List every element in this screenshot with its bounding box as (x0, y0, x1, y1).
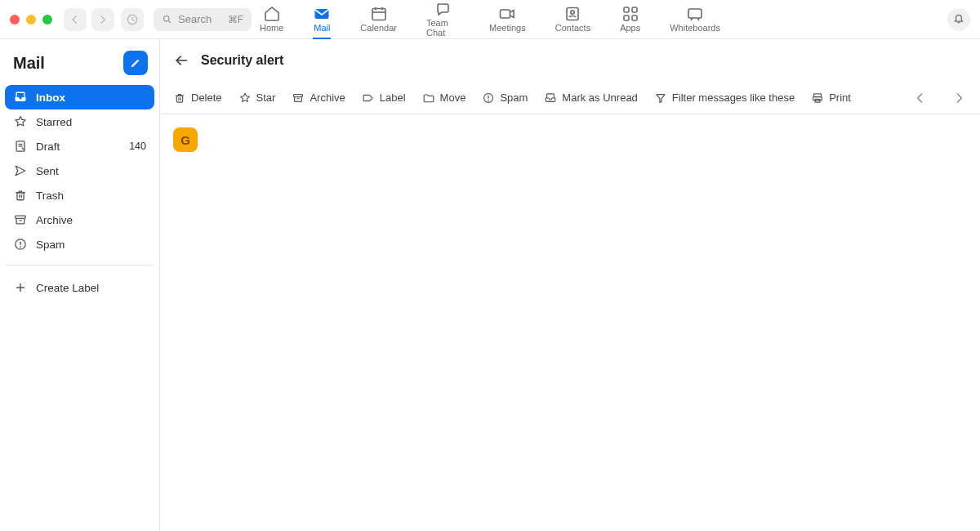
spam-icon (13, 235, 28, 253)
sidebar-title: Mail (13, 54, 45, 73)
edit-icon (128, 54, 143, 72)
print-icon (811, 89, 824, 107)
nav-label: Calendar (360, 23, 397, 33)
inbox-icon (13, 88, 28, 106)
nav-label: Team Chat (426, 18, 460, 38)
sidebar-item-inbox[interactable]: Inbox (5, 85, 154, 109)
tb-star[interactable]: Star (238, 89, 276, 107)
sidebar-item-draft[interactable]: Draft 140 (5, 134, 154, 158)
close-window-button[interactable] (10, 15, 20, 25)
mail-subject: Security alert (201, 53, 283, 68)
sender-initial: G (180, 133, 190, 147)
spam-icon (482, 89, 495, 107)
tb-archive[interactable]: Archive (292, 89, 345, 107)
mail-header: Security alert (160, 39, 980, 82)
sidebar-item-label: Spam (36, 239, 65, 251)
notifications-button[interactable] (947, 8, 970, 31)
chevron-left-icon (913, 89, 928, 107)
mail-icon (544, 89, 557, 107)
search-shortcut: ⌘F (228, 14, 243, 25)
sidebar-item-sent[interactable]: Sent (5, 158, 154, 183)
nav-forward-button[interactable] (91, 8, 114, 31)
zoom-window-button[interactable] (42, 15, 52, 25)
nav-meetings[interactable]: Meetings (474, 0, 541, 39)
nav-apps[interactable]: Apps (605, 0, 655, 39)
apps-icon (621, 7, 639, 21)
sidebar-item-trash[interactable]: Trash (5, 183, 154, 207)
tb-delete[interactable]: Delete (173, 89, 222, 107)
nav-back-button[interactable] (64, 8, 87, 31)
tb-label: Move (440, 91, 466, 104)
nav-team-chat[interactable]: Team Chat (412, 0, 474, 39)
compose-button[interactable] (123, 51, 148, 75)
nav-label: Meetings (489, 23, 526, 33)
nav-label: Contacts (555, 23, 590, 33)
prev-message-button[interactable] (913, 89, 928, 107)
trash-icon (13, 186, 28, 204)
sidebar-item-spam[interactable]: Spam (5, 232, 154, 257)
sidebar-item-starred[interactable]: Starred (5, 109, 154, 134)
nav-label: Apps (620, 23, 640, 33)
sidebar-item-archive[interactable]: Archive (5, 207, 154, 232)
nav-home[interactable]: Home (245, 0, 298, 39)
nav-contacts[interactable]: Contacts (541, 0, 605, 39)
sidebar: Mail Inbox Starred Draft 140 (0, 39, 160, 531)
global-search[interactable]: Search ⌘F (154, 8, 252, 31)
content: Mail Inbox Starred Draft 140 (0, 39, 980, 531)
create-label-text: Create Label (36, 282, 99, 294)
tb-label: Delete (191, 91, 222, 104)
sender-avatar[interactable]: G (173, 127, 198, 152)
home-icon (263, 7, 281, 21)
tb-label: Archive (310, 91, 345, 104)
divider (5, 265, 154, 266)
filter-icon (654, 89, 667, 107)
contact-icon (564, 7, 581, 21)
back-button[interactable] (173, 52, 189, 69)
label-icon (362, 89, 375, 107)
nav-whiteboards[interactable]: Whiteboards (655, 0, 735, 39)
next-message-button[interactable] (952, 89, 967, 107)
folder-icon (422, 89, 435, 107)
tb-label: Mark as Unread (562, 91, 637, 104)
sidebar-item-label: Starred (36, 116, 72, 128)
search-icon (162, 11, 173, 28)
arrow-left-icon (173, 51, 189, 69)
plus-icon (13, 279, 28, 297)
window-controls (10, 15, 52, 25)
nav-label: Mail (314, 23, 330, 33)
tb-label: Filter messages like these (672, 91, 795, 104)
tb-mark-unread[interactable]: Mark as Unread (544, 89, 637, 107)
tb-filter[interactable]: Filter messages like these (654, 89, 795, 107)
archive-icon (13, 211, 28, 229)
nav-mail[interactable]: Mail (298, 0, 345, 39)
tb-label: Print (829, 91, 851, 104)
tb-label-text: Label (380, 91, 406, 104)
tb-print[interactable]: Print (811, 89, 851, 107)
mail-body: G (160, 114, 980, 531)
tb-label[interactable]: Label (362, 89, 406, 107)
tb-move[interactable]: Move (422, 89, 466, 107)
tb-label: Star (256, 91, 276, 104)
sidebar-item-label: Draft (36, 141, 60, 153)
minimize-window-button[interactable] (26, 15, 36, 25)
tb-label: Spam (500, 91, 528, 104)
sidebar-item-count: 140 (129, 141, 146, 152)
titlebar: Search ⌘F Home Mail Calendar Team Chat M… (0, 0, 980, 39)
whiteboard-icon (686, 7, 704, 21)
video-icon (498, 7, 516, 21)
top-nav: Home Mail Calendar Team Chat Meetings Co… (245, 0, 735, 39)
chevron-right-icon (952, 89, 967, 107)
history-button[interactable] (121, 8, 144, 31)
tb-spam[interactable]: Spam (482, 89, 528, 107)
mail-icon (313, 7, 331, 21)
nav-calendar[interactable]: Calendar (345, 0, 412, 39)
sidebar-item-label: Trash (36, 190, 64, 202)
sidebar-item-label: Sent (36, 165, 59, 177)
star-icon (13, 113, 28, 131)
create-label-button[interactable]: Create Label (0, 274, 159, 301)
history-arrows (64, 8, 114, 31)
archive-icon (292, 89, 305, 107)
draft-icon (13, 137, 28, 155)
mail-panel: Security alert Delete Star Archive Label (160, 39, 980, 531)
sidebar-item-label: Inbox (36, 91, 65, 104)
